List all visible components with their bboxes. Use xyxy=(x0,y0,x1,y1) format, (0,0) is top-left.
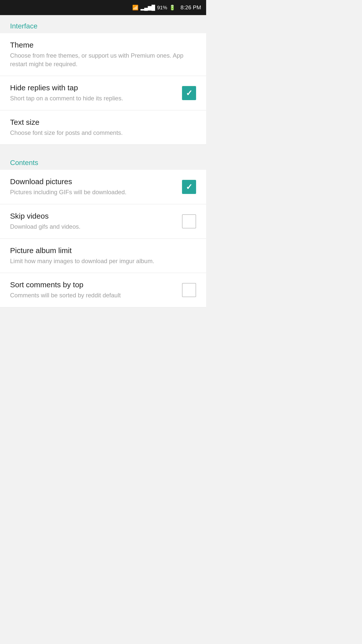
text-size-setting-content: Text size Choose font size for posts and… xyxy=(10,118,196,137)
picture-album-limit-setting-item[interactable]: Picture album limit Limit how many image… xyxy=(0,239,206,273)
hide-replies-setting-title: Hide replies with tap xyxy=(10,84,177,92)
hide-replies-setting-content: Hide replies with tap Short tap on a com… xyxy=(10,84,182,103)
theme-setting-content: Theme Choose from free themes, or suppor… xyxy=(10,41,196,68)
skip-videos-setting-content: Skip videos Download gifs and videos. xyxy=(10,212,182,231)
interface-section-header: Interface xyxy=(0,15,206,33)
theme-setting-desc: Choose from free themes, or support us w… xyxy=(10,51,191,68)
picture-album-limit-setting-content: Picture album limit Limit how many image… xyxy=(10,246,196,265)
download-pictures-setting-content: Download pictures Pictures including GIF… xyxy=(10,177,182,196)
hide-replies-checkbox[interactable] xyxy=(182,86,196,100)
battery-icon: 🔋 xyxy=(169,5,175,11)
skip-videos-checkbox[interactable] xyxy=(182,214,196,228)
hide-replies-setting-desc: Short tap on a comment to hide its repli… xyxy=(10,94,177,103)
theme-setting-item[interactable]: Theme Choose from free themes, or suppor… xyxy=(0,33,206,76)
time-label: 8:26 PM xyxy=(180,4,201,11)
wifi-icon: 📶 xyxy=(132,5,139,11)
download-pictures-setting-title: Download pictures xyxy=(10,177,177,186)
sort-comments-setting-title: Sort comments by top xyxy=(10,280,177,289)
sort-comments-setting-desc: Comments will be sorted by reddit defaul… xyxy=(10,291,177,300)
download-pictures-setting-item[interactable]: Download pictures Pictures including GIF… xyxy=(0,170,206,204)
status-bar: 📶 ▂▄▆█ 91% 🔋 8:26 PM xyxy=(0,0,206,15)
text-size-setting-item[interactable]: Text size Choose font size for posts and… xyxy=(0,110,206,145)
signal-icon: ▂▄▆█ xyxy=(141,5,155,11)
theme-setting-title: Theme xyxy=(10,41,191,49)
sort-comments-setting-content: Sort comments by top Comments will be so… xyxy=(10,280,182,300)
picture-album-limit-setting-title: Picture album limit xyxy=(10,246,191,255)
picture-album-limit-setting-desc: Limit how many images to download per im… xyxy=(10,257,191,265)
skip-videos-setting-item[interactable]: Skip videos Download gifs and videos. xyxy=(0,204,206,239)
sort-comments-checkbox[interactable] xyxy=(182,283,196,297)
skip-videos-setting-title: Skip videos xyxy=(10,212,177,220)
text-size-setting-title: Text size xyxy=(10,118,191,127)
battery-label: 91% xyxy=(157,5,167,11)
hide-replies-setting-item[interactable]: Hide replies with tap Short tap on a com… xyxy=(0,76,206,110)
sort-comments-setting-item[interactable]: Sort comments by top Comments will be so… xyxy=(0,273,206,307)
download-pictures-checkbox[interactable] xyxy=(182,180,196,194)
contents-section-header: Contents xyxy=(0,152,206,170)
section-spacer-1 xyxy=(0,145,206,150)
skip-videos-setting-desc: Download gifs and videos. xyxy=(10,222,177,231)
text-size-setting-desc: Choose font size for posts and comments. xyxy=(10,129,191,137)
download-pictures-setting-desc: Pictures including GIFs will be download… xyxy=(10,188,177,196)
status-icons: 📶 ▂▄▆█ 91% 🔋 xyxy=(132,5,175,11)
